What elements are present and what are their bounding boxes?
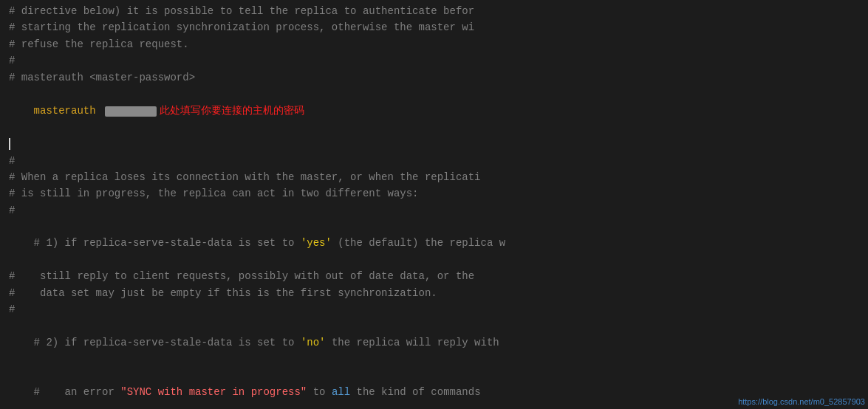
masked-password [105,106,157,117]
line12-before: # 1) if replica-serve-stale-data is set … [34,237,301,249]
line16-after: the replica will reply with [325,337,499,348]
code-line-8: # [9,153,859,169]
watermark-url: https://blog.csdn.net/m0_52857903 [738,397,865,406]
code-line-cursor [9,136,859,152]
code-line-4: # [9,52,859,69]
line16-highlight: 'no' [301,337,326,348]
code-line-13: # still reply to client requests, possib… [9,268,859,284]
annotation-text: 此处填写你要连接的主机的密码 [160,104,304,116]
line17-middle: to [307,386,332,398]
code-line-11: # [9,202,859,219]
line17-keyword: all [332,386,350,398]
line17-after: the kind of commands [350,386,480,398]
code-line-5: # masterauth <master-password> [9,69,859,86]
code-line-2: # starting the replication synchronizati… [9,19,859,35]
line12-highlight: 'yes' [301,237,332,249]
watermark: https://blog.csdn.net/m0_52857903 [738,397,865,406]
code-line-17: # an error "SYNC with master in progress… [9,368,859,409]
code-line-16: # 2) if replica-serve-stale-data is set … [9,317,859,367]
code-line-10: # is still in progress, the replica can … [9,185,859,202]
line16-before: # 2) if replica-serve-stale-data is set … [34,337,301,348]
line12-after: (the default) the replica w [332,237,505,249]
code-line-14: # data set may just be empty if this is … [9,285,859,301]
line17-before: # an error [34,386,121,398]
code-line-masterauth: masterauth 此处填写你要连接的主机的密码 [9,86,859,136]
code-line-3: # refuse the replica request. [9,36,859,52]
code-line-12: # 1) if replica-serve-stale-data is set … [9,219,859,268]
text-cursor [9,138,10,150]
line17-string: "SYNC with master in progress" [120,386,307,398]
masterauth-keyword: masterauth [34,105,102,117]
code-line-1: # directive below) it is possible to tel… [9,3,859,19]
code-line-15: # [9,301,859,317]
code-line-9: # When a replica loses its connection wi… [9,169,859,185]
code-viewer: # directive below) it is possible to tel… [0,0,868,409]
